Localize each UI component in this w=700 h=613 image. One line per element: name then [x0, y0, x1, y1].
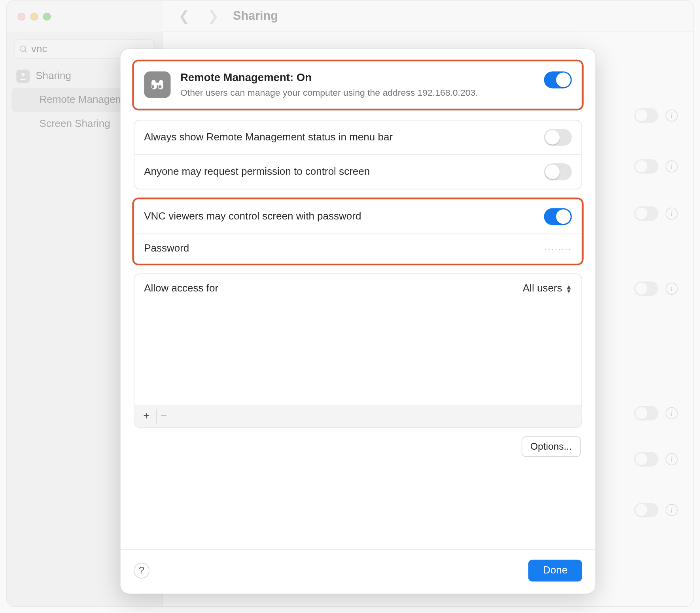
bg-toggle[interactable] [634, 503, 658, 517]
bg-toggle[interactable] [634, 159, 658, 174]
remote-management-hero-group: Remote Management: On Other users can ma… [134, 61, 582, 109]
info-icon[interactable]: i [666, 110, 678, 122]
nav-forward-button[interactable]: ❯ [204, 8, 222, 24]
add-user-button[interactable]: + [139, 409, 154, 424]
request-permission-label: Anyone may request permission to control… [144, 166, 370, 178]
menubar-status-row: Always show Remote Management status in … [134, 121, 582, 155]
stepper-arrows-icon: ▲▼ [566, 284, 572, 293]
menubar-status-label: Always show Remote Management status in … [144, 131, 393, 144]
user-list-actions: + − [134, 405, 582, 428]
vnc-password-label: Password [144, 243, 189, 255]
vnc-password-row: Password ········ [134, 234, 582, 263]
remote-management-toggle[interactable] [544, 72, 571, 89]
allow-access-row: Allow access for All users ▲▼ [134, 274, 582, 303]
vnc-control-row: VNC viewers may control screen with pass… [134, 200, 582, 234]
vnc-control-toggle[interactable] [544, 208, 571, 225]
remote-management-sheet: Remote Management: On Other users can ma… [120, 49, 595, 594]
info-icon[interactable]: i [666, 504, 678, 516]
page-title: Sharing [233, 9, 278, 23]
sheet-footer: ? Done [120, 549, 595, 594]
window-zoom-button[interactable] [43, 12, 51, 20]
info-icon[interactable]: i [666, 453, 678, 465]
sidebar-heading-label: Sharing [36, 70, 71, 82]
share-icon [16, 70, 30, 83]
bg-toggle[interactable] [634, 281, 658, 296]
vnc-password-field[interactable]: ········ [545, 244, 572, 254]
user-list[interactable] [134, 303, 582, 405]
allow-access-label: Allow access for [144, 283, 218, 295]
allow-access-value: All users [523, 283, 562, 295]
info-icon[interactable]: i [666, 208, 678, 220]
window-close-button[interactable] [17, 12, 25, 20]
hero-subtitle: Other users can manage your computer usi… [180, 87, 534, 99]
info-icon[interactable]: i [666, 160, 678, 172]
binoculars-icon [144, 72, 170, 98]
vnc-control-label: VNC viewers may control screen with pass… [144, 211, 361, 223]
nav-back-button[interactable]: ❮ [175, 8, 193, 24]
window-minimize-button[interactable] [30, 12, 38, 20]
bg-toggle[interactable] [634, 206, 658, 221]
request-permission-row: Anyone may request permission to control… [134, 155, 582, 189]
settings-group: Always show Remote Management status in … [134, 120, 582, 189]
titlebar: ❮ ❯ Sharing [7, 1, 694, 32]
allow-access-selector[interactable]: All users ▲▼ [523, 283, 572, 295]
menubar-status-toggle[interactable] [544, 129, 571, 146]
access-group: Allow access for All users ▲▼ + − [134, 274, 582, 428]
options-button[interactable]: Options... [521, 437, 581, 457]
search-icon [19, 44, 28, 53]
help-button[interactable]: ? [134, 563, 149, 579]
bg-toggle[interactable] [634, 108, 658, 123]
info-icon[interactable]: i [666, 407, 678, 420]
request-permission-toggle[interactable] [544, 163, 571, 180]
hero-title: Remote Management: On [180, 72, 534, 84]
info-icon[interactable]: i [666, 283, 678, 295]
bg-toggle[interactable] [634, 406, 658, 421]
remove-user-button[interactable]: − [156, 409, 171, 424]
bg-toggle[interactable] [634, 452, 658, 467]
done-button[interactable]: Done [528, 560, 582, 581]
vnc-group: VNC viewers may control screen with pass… [134, 199, 582, 264]
